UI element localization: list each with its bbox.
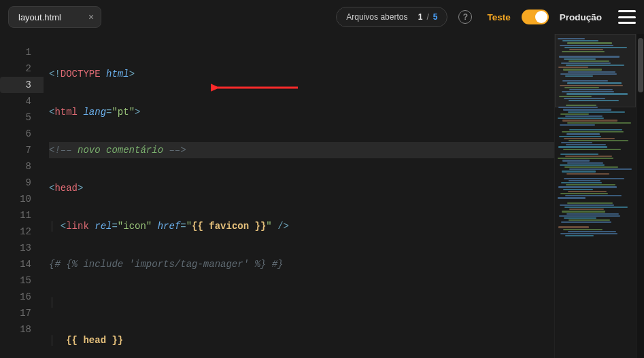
line-number[interactable]: 15 [0, 272, 44, 289]
line-number[interactable]: 16 [0, 289, 44, 305]
line-number[interactable]: 9 [0, 175, 44, 191]
file-tab[interactable]: layout.html × [8, 6, 101, 28]
code-line[interactable]: │ <link rel="icon" href="{{ favicon }}" … [49, 218, 554, 234]
top-bar: layout.html × Arquivos abertos 1 / 5 ? T… [0, 0, 644, 34]
tab-filename: layout.html [18, 12, 61, 22]
line-number[interactable]: 8 [0, 158, 44, 175]
code-view[interactable]: <!DOCTYPE html> <html lang="pt"> <!–– no… [44, 34, 554, 358]
editor-area: 1 2 3 4 5 6 7 8 9 10 11 12 13 14 15 16 1… [0, 34, 644, 358]
line-number[interactable]: 17 [0, 305, 44, 321]
line-number[interactable]: 7 [0, 142, 44, 158]
line-number[interactable]: 10 [0, 191, 44, 207]
open-files-pill[interactable]: Arquivos abertos 1 / 5 [336, 7, 447, 27]
code-line[interactable]: │ [49, 294, 554, 310]
code-line[interactable]: {# {% include 'imports/tag-manager' %} #… [49, 256, 554, 272]
line-number[interactable]: 1 [0, 44, 44, 60]
line-number[interactable]: 12 [0, 223, 44, 240]
line-number[interactable]: 13 [0, 240, 44, 256]
scrollbar-thumb[interactable] [638, 38, 643, 92]
code-line[interactable]: <head> [49, 180, 554, 196]
annotation-arrow-icon [211, 82, 299, 93]
code-line[interactable]: <!–– novo comentário ––> [49, 142, 554, 158]
line-number[interactable]: 3 [0, 77, 44, 93]
env-toggle[interactable] [522, 10, 549, 24]
code-line[interactable]: │ {{ head }} [49, 332, 554, 348]
line-number[interactable]: 6 [0, 126, 44, 142]
minimap[interactable] [554, 34, 636, 358]
open-files-label: Arquivos abertos [346, 12, 407, 22]
open-files-current: 1 [418, 12, 423, 22]
line-number[interactable]: 14 [0, 256, 44, 272]
scrollbar-track[interactable] [636, 34, 644, 358]
help-icon[interactable]: ? [458, 10, 472, 24]
close-icon[interactable]: × [88, 12, 94, 22]
prod-mode-label: Produção [560, 12, 602, 22]
line-number-gutter: 1 2 3 4 5 6 7 8 9 10 11 12 13 14 15 16 1… [0, 34, 44, 358]
line-number[interactable]: 4 [0, 93, 44, 109]
code-line[interactable]: <!DOCTYPE html> [49, 66, 554, 82]
minimap-viewport[interactable] [555, 34, 636, 107]
code-line[interactable]: <html lang="pt"> [49, 104, 554, 120]
open-files-total: 5 [433, 12, 438, 22]
line-number[interactable]: 11 [0, 207, 44, 223]
line-number[interactable]: 2 [0, 60, 44, 77]
line-number[interactable]: 5 [0, 109, 44, 126]
menu-icon[interactable] [618, 10, 636, 24]
line-number[interactable]: 18 [0, 321, 44, 338]
test-mode-label: Teste [487, 12, 510, 22]
